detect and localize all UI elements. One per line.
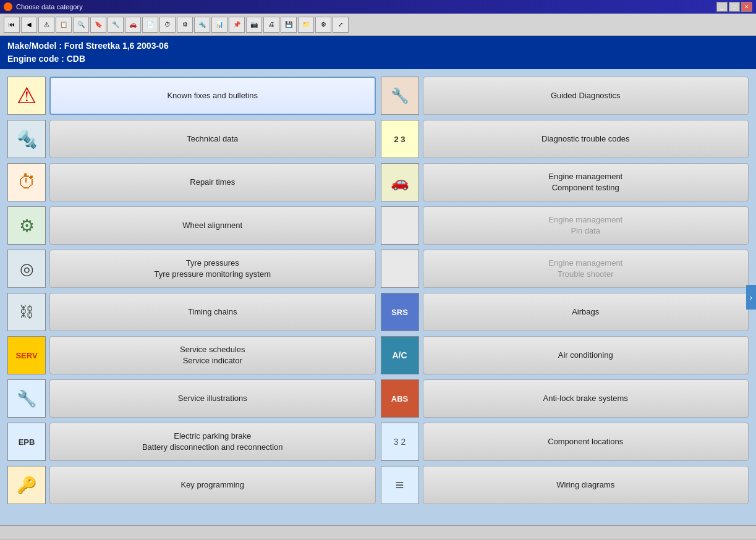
cat-btn-right-9[interactable]: Wiring diagrams [423, 466, 749, 504]
right-edge-handle[interactable]: › [746, 285, 756, 310]
tb-settings-icon[interactable]: ⚙ [315, 17, 331, 33]
tb-save-icon[interactable]: 💾 [281, 17, 297, 33]
category-row-left-9: 🔑Key programming [7, 466, 376, 504]
category-row-right-8: 3 2Component locations [381, 423, 749, 461]
tb-search-icon[interactable]: 🔍 [73, 17, 89, 33]
category-row-left-5: ⛓Timing chains [7, 293, 376, 331]
cat-btn-right-4: Engine management Trouble shooter [423, 250, 749, 288]
tb-chart-icon[interactable]: 📊 [211, 17, 227, 33]
cat-icon-left-6: SERV [7, 336, 46, 374]
cat-icon-right-6: A/C [381, 336, 419, 374]
cat-btn-right-2[interactable]: Engine management Component testing [423, 163, 749, 201]
cat-icon-left-8: EPB [7, 423, 46, 461]
maximize-button[interactable]: □ [729, 2, 740, 12]
tb-clock-icon[interactable]: ⏱ [159, 17, 176, 33]
cat-icon-left-7: 🔧 [7, 379, 46, 418]
cat-btn-right-0[interactable]: Guided Diagnostics [423, 77, 749, 115]
category-row-right-9: ≡Wiring diagrams [381, 466, 749, 504]
tb-first-icon[interactable]: ⏮ [4, 17, 20, 33]
tb-car-icon[interactable]: 🚗 [125, 17, 141, 33]
cat-icon-left-1: 🔩 [7, 120, 46, 158]
category-row-left-2: ⏱Repair times [7, 163, 376, 201]
cat-btn-right-8[interactable]: Component locations [423, 423, 749, 461]
category-row-left-4: ◎Tyre pressures Tyre pressure monitoring… [7, 250, 376, 288]
status-bar [0, 525, 756, 539]
tb-wrench-icon[interactable]: 🔧 [108, 17, 124, 33]
close-button[interactable]: ✕ [741, 2, 752, 12]
cat-icon-left-0: ⚠ [7, 77, 46, 115]
cat-icon-right-4 [381, 250, 419, 288]
category-row-right-3: Engine management Pin data [381, 206, 749, 245]
cat-btn-left-6[interactable]: Service schedules Service indicator [49, 336, 376, 374]
cat-btn-right-6[interactable]: Air conditioning [423, 336, 749, 374]
category-row-left-3: ⚙Wheel alignment [7, 206, 376, 245]
cat-btn-left-3[interactable]: Wheel alignment [49, 206, 376, 245]
cat-icon-right-1: 2 3 [381, 120, 419, 158]
title-text: Choose data category [16, 3, 83, 11]
tb-gear-icon[interactable]: 🔩 [194, 17, 210, 33]
tb-alert-icon[interactable]: ⚠ [38, 17, 54, 33]
category-row-right-6: A/CAir conditioning [381, 336, 749, 374]
category-row-right-5: SRSAirbags [381, 293, 749, 331]
app-icon [4, 2, 12, 11]
cat-btn-left-0[interactable]: Known fixes and bulletins [49, 77, 376, 115]
category-grid: ⚠Known fixes and bulletins🔧Guided Diagno… [7, 77, 749, 504]
cat-btn-left-9[interactable]: Key programming [49, 466, 376, 504]
cat-icon-left-4: ◎ [7, 250, 46, 288]
cat-btn-left-2[interactable]: Repair times [49, 163, 376, 201]
cat-icon-right-8: 3 2 [381, 423, 419, 461]
cat-icon-right-7: ABS [381, 379, 419, 418]
category-row-right-4: Engine management Trouble shooter [381, 250, 749, 288]
cat-icon-left-5: ⛓ [7, 293, 46, 331]
cat-btn-right-5[interactable]: Airbags [423, 293, 749, 331]
cat-icon-right-9: ≡ [381, 466, 419, 504]
engine-code-text: Engine code : CDB [7, 53, 749, 65]
tb-folder-icon[interactable]: 📁 [298, 17, 314, 33]
cat-btn-left-4[interactable]: Tyre pressures Tyre pressure monitoring … [49, 250, 376, 288]
cat-btn-left-5[interactable]: Timing chains [49, 293, 376, 331]
tb-pin-icon[interactable]: 📌 [229, 17, 245, 33]
tb-bookmark-icon[interactable]: 🔖 [90, 17, 106, 33]
tb-wheel-icon[interactable]: ⚙ [177, 17, 193, 33]
cat-icon-right-5: SRS [381, 293, 419, 331]
cat-icon-right-3 [381, 206, 419, 245]
cat-icon-right-2: 🚗 [381, 163, 419, 201]
header-bar: Make/Model : Ford Streetka 1,6 2003-06 E… [0, 36, 756, 69]
tb-print-icon[interactable]: 🖨 [263, 17, 279, 33]
minimize-button[interactable]: _ [716, 2, 728, 12]
cat-btn-left-1[interactable]: Technical data [49, 120, 376, 158]
category-row-right-7: ABSAnti-lock brake systems [381, 379, 749, 418]
make-model-text: Make/Model : Ford Streetka 1,6 2003-06 [7, 40, 749, 53]
category-row-left-0: ⚠Known fixes and bulletins [7, 77, 376, 115]
cat-btn-left-8[interactable]: Electric parking brake Battery disconnec… [49, 423, 376, 461]
category-row-left-8: EPBElectric parking brake Battery discon… [7, 423, 376, 461]
window-controls: _ □ ✕ [716, 2, 752, 12]
cat-icon-left-2: ⏱ [7, 163, 46, 201]
tb-camera-icon[interactable]: 📷 [246, 17, 262, 33]
category-row-right-2: 🚗Engine management Component testing [381, 163, 749, 201]
cat-icon-left-9: 🔑 [7, 466, 46, 504]
tb-back-icon[interactable]: ◀ [21, 17, 37, 33]
tb-expand-icon[interactable]: ⤢ [333, 17, 349, 33]
category-row-right-0: 🔧Guided Diagnostics [381, 77, 749, 115]
tb-doc-icon[interactable]: 📄 [142, 17, 158, 33]
cat-btn-right-3: Engine management Pin data [423, 206, 749, 245]
title-bar: Choose data category _ □ ✕ [0, 0, 756, 14]
category-row-left-1: 🔩Technical data [7, 120, 376, 158]
cat-icon-left-3: ⚙ [7, 206, 46, 245]
category-row-right-1: 2 3Diagnostic trouble codes [381, 120, 749, 158]
cat-btn-left-7[interactable]: Service illustrations [49, 379, 376, 418]
cat-btn-right-7[interactable]: Anti-lock brake systems [423, 379, 749, 418]
cat-btn-right-1[interactable]: Diagnostic trouble codes [423, 120, 749, 158]
category-row-left-7: 🔧Service illustrations [7, 379, 376, 418]
category-row-left-6: SERVService schedules Service indicator [7, 336, 376, 374]
toolbar: ⏮ ◀ ⚠ 📋 🔍 🔖 🔧 🚗 📄 ⏱ ⚙ 🔩 📊 📌 📷 🖨 💾 📁 ⚙ ⤢ [0, 14, 756, 36]
cat-icon-right-0: 🔧 [381, 77, 419, 115]
tb-info-icon[interactable]: 📋 [56, 17, 72, 33]
main-content: ⚠Known fixes and bulletins🔧Guided Diagno… [0, 69, 756, 525]
